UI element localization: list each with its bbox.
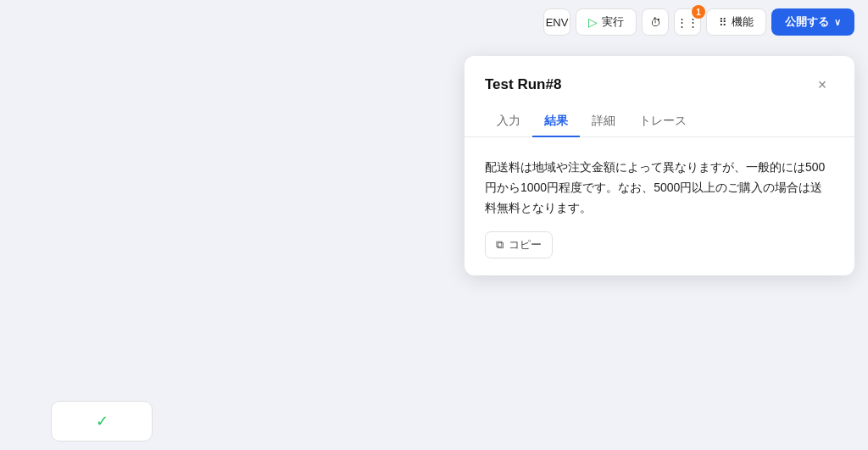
check-icon: ✓ bbox=[96, 412, 108, 431]
tab-result[interactable]: 結果 bbox=[532, 107, 580, 137]
copy-label: コピー bbox=[509, 237, 542, 253]
env-button[interactable]: ENV bbox=[543, 8, 570, 36]
panel-body: 配送料は地域や注文金額によって異なりますが、一般的には500円から1000円程度… bbox=[465, 137, 854, 275]
publish-label: 公開する bbox=[785, 14, 829, 30]
run-button[interactable]: ▷ 実行 bbox=[576, 8, 637, 36]
copy-icon: ⧉ bbox=[496, 238, 504, 252]
panel-header: Test Run#8 × bbox=[465, 56, 854, 97]
test-run-panel: Test Run#8 × 入力 結果 詳細 トレース 配送料は地域や注文金額によ… bbox=[465, 56, 854, 275]
toolbar: ENV ▷ 実行 ⏱ ⋮⋮ 1 ⠿ 機能 公開する ∨ bbox=[530, 0, 868, 44]
notification-badge: 1 bbox=[692, 5, 705, 19]
tab-trace[interactable]: トレース bbox=[627, 107, 698, 137]
panel-title: Test Run#8 bbox=[485, 76, 561, 93]
env-label: ENV bbox=[546, 16, 569, 29]
feature-button[interactable]: ⠿ 機能 bbox=[706, 8, 766, 36]
panel-close-button[interactable]: × bbox=[810, 73, 834, 97]
tab-detail[interactable]: 詳細 bbox=[580, 107, 627, 137]
tab-input[interactable]: 入力 bbox=[485, 107, 532, 137]
bottom-node: ✓ bbox=[51, 401, 153, 442]
play-icon: ▷ bbox=[588, 15, 598, 29]
run-label: 実行 bbox=[602, 14, 624, 30]
result-text: 配送料は地域や注文金額によって異なりますが、一般的には500円から1000円程度… bbox=[485, 158, 834, 218]
feature-label: 機能 bbox=[732, 14, 754, 30]
feature-icon: ⠿ bbox=[719, 16, 727, 29]
schedule-badge-wrapper: ⋮⋮ 1 bbox=[674, 8, 701, 36]
copy-button[interactable]: ⧉ コピー bbox=[485, 231, 553, 258]
chevron-down-icon: ∨ bbox=[834, 17, 841, 28]
clock-button[interactable]: ⏱ bbox=[642, 8, 669, 36]
panel-tabs: 入力 結果 詳細 トレース bbox=[465, 107, 854, 137]
publish-button[interactable]: 公開する ∨ bbox=[771, 8, 854, 36]
clock-icon: ⏱ bbox=[650, 16, 661, 29]
